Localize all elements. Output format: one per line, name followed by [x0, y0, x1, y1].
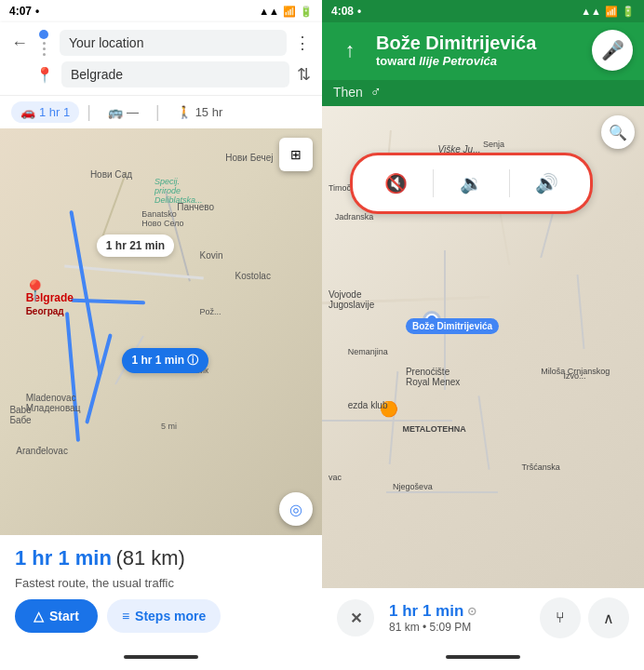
- map-label-poz: Pož...: [200, 307, 221, 316]
- route-duration: 1 hr 1 min: [15, 546, 112, 570]
- map-background-left: Нови Сад Панчево Нови Бечеј Specij.priro…: [0, 128, 322, 535]
- expand-panel-button[interactable]: ∧: [588, 597, 629, 638]
- sound-mute-button[interactable]: 🔇: [377, 165, 414, 202]
- route-line-2: [65, 312, 80, 442]
- transport-tabs: 🚗 1 hr 1 | 🚌 — | 🚶 15 hr: [0, 95, 322, 128]
- wifi-icon-right: 📶: [605, 6, 618, 18]
- status-dot-right: •: [357, 5, 361, 18]
- origin-dot: [39, 30, 48, 39]
- mute-icon: 🔇: [384, 172, 408, 194]
- nav-header: ↑ Bože Dimitrijevića toward Ilije Petrov…: [322, 22, 644, 80]
- live-traffic-icon: ⊙: [467, 605, 476, 618]
- road-h1: [64, 264, 204, 279]
- origin-row: ← Your location ⋮: [11, 30, 311, 56]
- tab-car-label: 1 hr 1: [39, 105, 70, 119]
- list-icon: ≡: [122, 609, 129, 623]
- destination-row: 📍 Belgrade ⇅: [11, 61, 311, 87]
- right-panel: 4:08 • ▲▲ 📶 🔋 ↑ Bože Dimitrijevića towar…: [322, 0, 644, 670]
- map-label-specij: Specij.prirodeDeliblatska...: [154, 177, 203, 205]
- search-button-right[interactable]: 🔍: [601, 115, 635, 149]
- nav-street-info: Bože Dimitrijevića toward Ilije Petrović…: [376, 33, 583, 68]
- tab-transit[interactable]: 🚌 —: [99, 101, 148, 123]
- map-label-arandjelovac: Aranđelovac: [16, 446, 68, 456]
- destination-pin-icon: 📍: [35, 66, 54, 84]
- route-line-h: [71, 298, 145, 304]
- microphone-icon: 🎤: [601, 39, 624, 61]
- start-button[interactable]: △ Start: [15, 599, 98, 633]
- map-label-novisad: Нови Сад: [90, 169, 132, 180]
- map-label-izvo: Izvo...: [564, 371, 586, 381]
- map-label-ezda: ezda klub: [348, 400, 388, 410]
- more-options-button[interactable]: ⋮: [294, 33, 311, 53]
- route-description: Fastest route, the usual traffic: [15, 576, 307, 590]
- tab-walk-label: 15 hr: [195, 105, 223, 119]
- nav-bar-left: [0, 644, 322, 670]
- swap-directions-button[interactable]: ⇅: [297, 64, 311, 85]
- status-icons-left: ▲▲ 📶 🔋: [259, 6, 313, 18]
- close-icon: ✕: [350, 610, 362, 627]
- tab-car[interactable]: 🚗 1 hr 1: [11, 101, 79, 123]
- status-bar-left: 4:07 • ▲▲ 📶 🔋: [0, 0, 322, 22]
- status-icons-right: ▲▲ 📶 🔋: [581, 6, 635, 18]
- route-line-3: [85, 333, 113, 424]
- steps-more-button[interactable]: ≡ Steps more: [107, 599, 221, 633]
- wifi-icon: 📶: [283, 6, 296, 18]
- map-label-kovin: Kovin: [200, 250, 223, 261]
- home-indicator-left[interactable]: [124, 655, 198, 659]
- nav-bar-right: [322, 644, 644, 670]
- tab-walk[interactable]: 🚶 15 hr: [168, 101, 233, 123]
- origin-input[interactable]: Your location: [60, 30, 287, 56]
- map-label-kostolac: Kostolac: [235, 271, 271, 281]
- map-label-jadranska: Jadranska: [335, 212, 374, 221]
- route-options-button[interactable]: ⑂: [540, 597, 581, 638]
- route-dots: [39, 30, 48, 56]
- eta-duration: 1 hr 1 min ⊙: [389, 602, 525, 621]
- tab-transit-dash: —: [127, 105, 139, 119]
- then-label: Then: [333, 85, 363, 100]
- sound-alert-button[interactable]: 🔉: [452, 165, 490, 202]
- map-label-vojvode: VojvodeJugoslavije: [329, 289, 374, 310]
- map-label-mladenovac: MladenovacМладеновац: [26, 393, 81, 413]
- dots-line: [43, 42, 46, 56]
- map-label-nemanja: Nemanjina: [348, 347, 388, 356]
- map-label-senja: Senja: [483, 140, 504, 149]
- full-sound-icon: 🔊: [535, 172, 558, 194]
- my-location-button[interactable]: ◎: [279, 492, 313, 526]
- nav-direction-arrow: ↑: [333, 34, 367, 67]
- left-panel: 4:07 • ▲▲ 📶 🔋 ← Your location ⋮: [0, 0, 322, 670]
- duration-bubble-alternate: 1 hr 21 min: [97, 234, 174, 257]
- map-layers-button[interactable]: ⊞: [279, 138, 313, 171]
- tab-separator: |: [87, 102, 91, 122]
- map-area-left[interactable]: Нови Сад Панчево Нови Бечеј Specij.priro…: [0, 128, 322, 535]
- microphone-button[interactable]: 🎤: [592, 30, 633, 71]
- cancel-navigation-button[interactable]: ✕: [337, 599, 374, 636]
- home-indicator-right[interactable]: [446, 655, 520, 659]
- nav-toward-street: Ilije Petrovića: [419, 54, 497, 68]
- eta-details: 81 km • 5:09 PM: [389, 621, 525, 634]
- sound-options-panel: 🔇 🔉 🔊: [350, 153, 593, 214]
- map-road-right-5: [477, 395, 490, 469]
- sound-full-button[interactable]: 🔊: [529, 165, 566, 202]
- map-area-right[interactable]: Timočka Senja Jadranska Miloša Obilića V…: [322, 106, 644, 588]
- map-label-metalotehna: METALOTEHNA: [403, 424, 466, 434]
- map-road-right-7: [576, 275, 584, 349]
- navigation-icon: △: [34, 609, 44, 623]
- battery-icon-right: 🔋: [622, 6, 635, 18]
- search-section: ← Your location ⋮ 📍 Belgrade ⇅: [0, 22, 322, 95]
- sound-divider-2: [509, 169, 510, 197]
- sound-divider-1: [433, 169, 434, 197]
- route-distance: (81 km): [115, 546, 185, 570]
- tab-separator-2: |: [155, 102, 160, 122]
- eta-info: 1 hr 1 min ⊙ 81 km • 5:09 PM: [382, 602, 532, 634]
- destination-input[interactable]: Belgrade: [61, 61, 289, 87]
- route-info: 1 hr 1 min (81 km): [15, 546, 307, 570]
- walk-icon: 🚶: [177, 105, 192, 119]
- back-button[interactable]: ←: [11, 34, 28, 53]
- road-1: [100, 171, 127, 242]
- route-line-1: [69, 210, 101, 376]
- then-turn-icon: ♂: [370, 84, 382, 100]
- time-right: 4:08: [331, 5, 354, 18]
- map-road-right-h3: [386, 491, 498, 493]
- then-bar: Then ♂: [322, 80, 644, 106]
- car-icon: 🚗: [20, 105, 35, 119]
